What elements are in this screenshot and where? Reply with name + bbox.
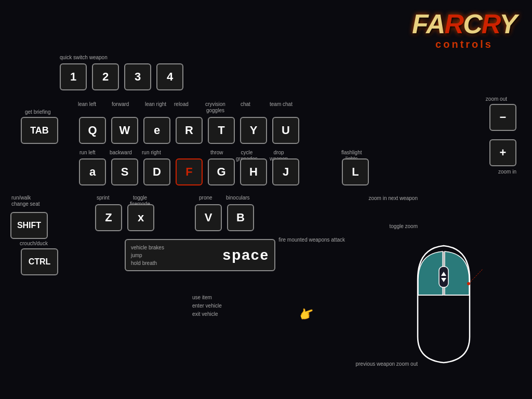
label-zoom-out: zoom out — [486, 96, 507, 102]
label-vehicle-brakes: vehicle brakes — [131, 244, 164, 251]
key-4[interactable]: 4 — [156, 63, 183, 90]
label-lean-left: lean left — [78, 101, 96, 108]
key-z[interactable]: Z — [95, 204, 122, 231]
label-run-walk: run/walk — [11, 195, 31, 201]
key-shift[interactable]: SHIFT — [10, 212, 48, 239]
logo-title: FARCRY — [412, 10, 516, 37]
label-hold-breath: hold breath — [131, 259, 164, 267]
label-zoom-next: zoom in next weapon — [368, 195, 418, 202]
key-f[interactable]: F — [176, 158, 203, 185]
key-d[interactable]: D — [143, 158, 170, 185]
label-toggle-zoom: toggle zoom — [390, 223, 418, 229]
key-y[interactable]: Y — [240, 117, 267, 144]
key-r[interactable]: R — [176, 117, 203, 144]
label-backward: backward — [110, 150, 132, 156]
label-cryvision: cryvisiongoggles — [205, 101, 225, 114]
label-throw: throw — [210, 150, 223, 156]
key-minus[interactable]: − — [489, 104, 516, 131]
label-crouch: crouch/duck — [20, 241, 48, 247]
space-group: vehicle brakes jump hold breath space — [125, 239, 275, 271]
label-forward: forward — [112, 101, 129, 108]
label-get-briefing: get briefing — [25, 109, 50, 115]
label-team-chat: team chat — [270, 101, 292, 108]
key-a[interactable]: a — [79, 158, 106, 185]
label-change-seat: change seat — [11, 201, 40, 207]
svg-rect-1 — [439, 267, 448, 287]
label-prone: prone — [199, 195, 212, 201]
label-run-left: run left — [79, 150, 96, 156]
key-plus[interactable]: + — [489, 139, 516, 166]
label-sprint: sprint — [97, 195, 109, 201]
cursor-icon: 👉 — [297, 304, 316, 324]
svg-line-6 — [469, 269, 483, 284]
key-2[interactable]: 2 — [92, 63, 119, 90]
key-l[interactable]: L — [342, 158, 369, 185]
label-use-item: use item — [192, 294, 222, 302]
label-exit-vehicle: exit vehicle — [192, 310, 222, 318]
label-jump: jump — [131, 251, 164, 259]
label-run-right: run right — [142, 150, 161, 156]
label-fire-mounted: fire mounted weapons attack — [278, 236, 345, 244]
label-zoom-in: zoom in — [498, 169, 516, 175]
key-s[interactable]: S — [111, 158, 138, 185]
key-v[interactable]: V — [195, 204, 222, 231]
mouse-diagram — [402, 238, 506, 383]
key-3[interactable]: 3 — [124, 63, 151, 90]
label-enter-vehicle: enter vehicle — [192, 302, 222, 310]
label-reload: reload — [174, 101, 189, 108]
space-labels: vehicle brakes jump hold breath — [131, 244, 164, 267]
label-quick-switch: quick switch weapon — [60, 55, 108, 61]
use-item-group: use item enter vehicle exit vehicle — [192, 294, 222, 318]
key-e[interactable]: e — [143, 117, 170, 144]
logo: FARCRY controls — [412, 10, 516, 50]
key-space[interactable]: space — [223, 247, 269, 263]
key-1[interactable]: 1 — [60, 63, 87, 90]
key-b[interactable]: B — [227, 204, 254, 231]
key-w[interactable]: W — [111, 117, 138, 144]
logo-subtitle: controls — [412, 38, 516, 50]
key-q[interactable]: Q — [79, 117, 106, 144]
key-x[interactable]: x — [127, 204, 154, 231]
key-ctrl[interactable]: CTRL — [21, 248, 58, 275]
label-chat: chat — [241, 101, 250, 108]
label-lean-right: lean right — [141, 101, 170, 108]
key-j[interactable]: J — [272, 158, 299, 185]
key-t[interactable]: T — [208, 117, 235, 144]
controls-page: FARCRY controls quick switch weapon 1 2 … — [0, 0, 532, 399]
key-u[interactable]: U — [272, 117, 299, 144]
key-tab[interactable]: TAB — [21, 117, 58, 144]
label-binoculars: binoculars — [226, 195, 250, 201]
key-g[interactable]: G — [208, 158, 235, 185]
key-h[interactable]: H — [240, 158, 267, 185]
